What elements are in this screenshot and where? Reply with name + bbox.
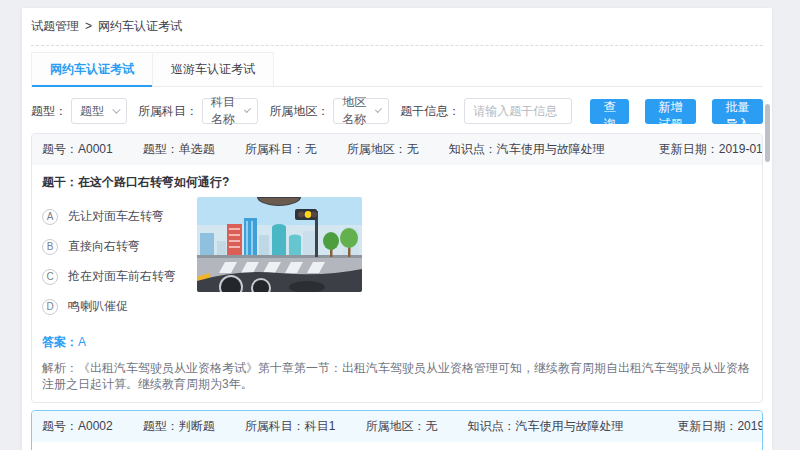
filter-type-select[interactable]: 题型 <box>71 98 127 124</box>
filter-subject-value: 科目名称 <box>211 94 244 128</box>
question-id: 题号：A0002 <box>42 418 113 435</box>
analysis-text: 《出租汽车驾驶员从业资格考试》第十章第一节：出租汽车驾驶员从业资格管理可知，继续… <box>42 361 750 391</box>
filter-region-value: 地区名称 <box>342 94 375 128</box>
option-letter: B <box>42 239 58 255</box>
breadcrumb-parent[interactable]: 试题管理 <box>31 19 79 33</box>
answer-row: 答案：A <box>42 334 752 351</box>
analysis-row: 解析：《出租汽车驾驶员从业资格考试》第十章第一节：出租汽车驾驶员从业资格管理可知… <box>42 360 752 392</box>
filter-region-select[interactable]: 地区名称 <box>333 98 389 124</box>
option-a[interactable]: A 先让对面车左转弯 <box>42 208 197 225</box>
question-card-selected[interactable]: 题号：A0002 题型：判断题 所属科目：科目1 所属地区：无 知识点：汽车使用… <box>31 410 763 450</box>
option-list: A 先让对面车左转弯 B 直接向右转弯 C 抢在对面车前右转弯 D 鸣喇叭催促 <box>42 197 197 328</box>
option-text: 直接向右转弯 <box>68 238 140 255</box>
question-updated: 更新日期：2019-01-26 <box>677 418 763 435</box>
question-type: 题型：单选题 <box>143 141 215 158</box>
chevron-down-icon <box>375 106 382 113</box>
question-stem: 题干：在这个路口右转弯如何通行? <box>42 174 752 191</box>
question-subject: 所属科目：无 <box>245 141 317 158</box>
question-meta-bar: 题号：A0002 题型：判断题 所属科目：科目1 所属地区：无 知识点：汽车使用… <box>32 411 762 442</box>
chevron-down-icon <box>112 105 120 113</box>
option-b[interactable]: B 直接向右转弯 <box>42 238 197 255</box>
option-letter: A <box>42 209 58 225</box>
question-meta-bar: 题号：A0001 题型：单选题 所属科目：无 所属地区：无 知识点：汽车使用与故… <box>32 134 762 165</box>
filter-subject-label: 所属科目： <box>138 103 198 120</box>
tab-wangyueche-exam[interactable]: 网约车认证考试 <box>31 52 153 86</box>
tab-bar: 网约车认证考试 巡游车认证考试 <box>31 52 763 87</box>
question-subject: 所属科目：科目1 <box>245 418 336 435</box>
filter-region-label: 所属地区： <box>269 103 329 120</box>
tab-label: 网约车认证考试 <box>50 62 134 76</box>
scrollbar-thumb[interactable] <box>765 104 770 162</box>
question-card[interactable]: 题号：A0001 题型：单选题 所属科目：无 所属地区：无 知识点：汽车使用与故… <box>31 133 763 403</box>
question-illustration <box>197 197 362 292</box>
option-letter: D <box>42 299 58 315</box>
filter-type-label: 题型： <box>31 103 67 120</box>
option-text: 先让对面车左转弯 <box>68 208 164 225</box>
filter-type-value: 题型 <box>80 103 104 120</box>
option-c[interactable]: C 抢在对面车前右转弯 <box>42 268 197 285</box>
analysis-label: 解析： <box>42 361 78 375</box>
question-updated: 更新日期：2019-01-26 <box>659 141 763 158</box>
add-question-button[interactable]: 新增试题 <box>645 99 696 124</box>
filter-subject-select[interactable]: 科目名称 <box>202 98 258 124</box>
question-knowledge: 知识点：汽车使用与故障处理 <box>449 141 605 158</box>
question-type: 题型：判断题 <box>143 418 215 435</box>
tab-xunyouche-exam[interactable]: 巡游车认证考试 <box>153 52 274 86</box>
breadcrumb-current: 网约车认证考试 <box>98 19 182 33</box>
filter-stem-label: 题干信息： <box>400 103 460 120</box>
breadcrumb-separator-icon: > <box>85 19 92 33</box>
tab-label: 巡游车认证考试 <box>171 62 255 76</box>
question-knowledge: 知识点：汽车使用与故障处理 <box>467 418 623 435</box>
search-button[interactable]: 查询 <box>590 99 629 124</box>
answer-label: 答案： <box>42 335 78 349</box>
option-d[interactable]: D 鸣喇叭催促 <box>42 298 197 315</box>
option-text: 鸣喇叭催促 <box>68 298 128 315</box>
breadcrumb: 试题管理>网约车认证考试 <box>31 16 763 46</box>
option-text: 抢在对面车前右转弯 <box>68 268 176 285</box>
chevron-down-icon <box>244 106 251 113</box>
batch-import-button[interactable]: 批量导入 <box>712 99 763 124</box>
answer-value: A <box>78 335 86 349</box>
stem-keyword-input[interactable] <box>464 98 572 124</box>
main-panel: 试题管理>网约车认证考试 网约车认证考试 巡游车认证考试 题型： 题型 所属科目… <box>22 8 772 450</box>
question-region: 所属地区：无 <box>365 418 437 435</box>
option-letter: C <box>42 269 58 285</box>
question-id: 题号：A0001 <box>42 141 113 158</box>
question-region: 所属地区：无 <box>347 141 419 158</box>
filter-bar: 题型： 题型 所属科目： 科目名称 所属地区： 地区名称 题干信息： 查询 新增… <box>31 98 763 124</box>
